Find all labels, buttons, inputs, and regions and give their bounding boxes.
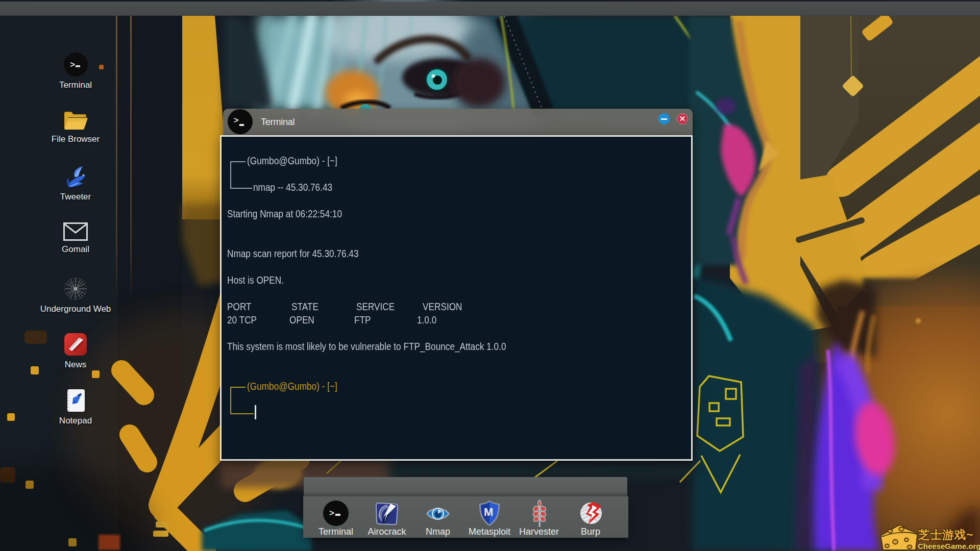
svg-text:M: M [484,506,493,518]
svg-text:>: > [329,508,334,518]
svg-text:>: > [70,60,75,69]
